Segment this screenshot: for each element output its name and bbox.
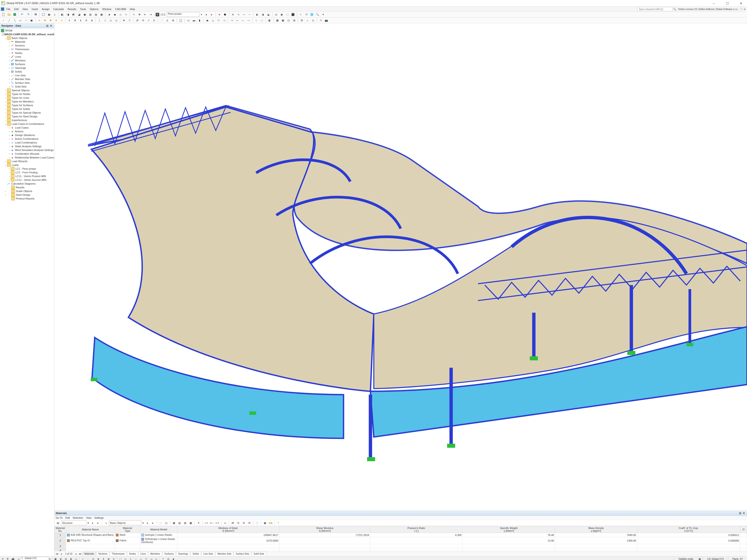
- ortho-icon[interactable]: [41, 12, 46, 17]
- sun3-icon[interactable]: ✸: [48, 18, 53, 23]
- sup-b-icon[interactable]: △: [210, 18, 215, 23]
- tree-item[interactable]: ›Types for Surfaces: [0, 103, 54, 107]
- col-e[interactable]: Modulus of Elast.E [N/mm²]: [177, 526, 279, 533]
- new-file-icon[interactable]: [1, 12, 6, 17]
- status-eye-icon[interactable]: 👁: [5, 556, 10, 560]
- mat-doc-icon[interactable]: 📄: [255, 520, 260, 526]
- edit-c-icon[interactable]: ⌸: [108, 18, 113, 23]
- model-b-icon[interactable]: ◉: [279, 12, 284, 17]
- fullscreen-icon[interactable]: ⛶: [740, 8, 743, 10]
- mat-menu-view[interactable]: View: [86, 516, 92, 519]
- sun4-icon[interactable]: ✷: [53, 18, 59, 23]
- mat-link2-icon[interactable]: ⟵: [209, 520, 214, 526]
- align-right-icon[interactable]: ⇥: [148, 12, 153, 17]
- print-icon[interactable]: [33, 12, 38, 17]
- table-tab[interactable]: Line Sets: [201, 552, 215, 556]
- table-tab[interactable]: Materials: [82, 552, 96, 556]
- model-viewport[interactable]: [54, 23, 747, 510]
- menu-cad-bim[interactable]: CAD-BIM: [113, 7, 127, 11]
- node-icon[interactable]: •: [1, 18, 6, 23]
- tree-item[interactable]: ›Action Combinations: [0, 137, 54, 141]
- tree-item[interactable]: Calculation Diagrams: [0, 182, 54, 186]
- view-xy-icon[interactable]: ▣: [82, 12, 87, 17]
- display-trans-icon[interactable]: ◊: [124, 12, 129, 17]
- tree-item[interactable]: ›Load Cases: [0, 126, 54, 130]
- tree-item[interactable]: ›Materials: [0, 40, 54, 44]
- sb-o3-icon[interactable]: ◈: [171, 556, 176, 560]
- tree-item[interactable]: ›Relationship Between Load Cases: [0, 156, 54, 159]
- sb-d-icon[interactable]: ⊠: [69, 556, 74, 560]
- tree-root[interactable]: RFEM: [0, 29, 54, 32]
- sup-a-icon[interactable]: ⏏: [205, 18, 210, 23]
- tool-f-icon[interactable]: ⌂: [305, 18, 310, 23]
- menu-options[interactable]: Options: [88, 7, 100, 11]
- rel-b-icon[interactable]: ⟜: [235, 18, 240, 23]
- table-tab[interactable]: Lines: [138, 552, 148, 556]
- table-tab[interactable]: Surface Sets: [234, 552, 251, 556]
- menu-edit[interactable]: Edit: [12, 7, 20, 11]
- col-type[interactable]: MaterialType: [115, 526, 140, 533]
- tree-item[interactable]: ›Solid Sets: [0, 85, 54, 88]
- tree-item[interactable]: ›Solids: [0, 70, 54, 74]
- model-d-icon[interactable]: ⬛: [290, 12, 295, 17]
- col-alpha[interactable]: Coeff. of Th. Exp.α [1/°C]: [637, 526, 740, 533]
- menu-calculate[interactable]: Calculate: [52, 7, 66, 11]
- display-wire-icon[interactable]: ◈: [107, 12, 112, 17]
- display-solid-icon[interactable]: ◆: [112, 12, 118, 17]
- sb-e-icon[interactable]: ▭: [74, 556, 79, 560]
- frame-a-icon[interactable]: ▭: [186, 18, 191, 23]
- opt-a-icon[interactable]: ▼: [121, 18, 127, 23]
- table-tab[interactable]: Surfaces: [162, 552, 176, 556]
- clip-a-icon[interactable]: ◐: [255, 12, 260, 17]
- lc-next-icon[interactable]: ▸: [209, 12, 214, 17]
- table-tab[interactable]: Openings: [176, 552, 190, 556]
- materials-table[interactable]: MaterialNo. Material Name MaterialType M…: [54, 526, 747, 551]
- tree-item[interactable]: Printout Reports: [0, 197, 54, 201]
- tree-basic-objects[interactable]: ⌄Basic Objects: [0, 36, 54, 40]
- loadcase-select[interactable]: Peso propio: [167, 12, 199, 17]
- nav-prev-icon[interactable]: ◂: [59, 553, 63, 555]
- table-tab[interactable]: Members: [148, 552, 162, 556]
- sb-t4-icon[interactable]: ○: [133, 556, 138, 560]
- mat-grid2-icon[interactable]: ▧: [177, 520, 182, 526]
- table-row[interactable]: 2PES-PVC Typ IVFabricOrthotropic | Linea…: [55, 537, 747, 544]
- mat-fx2-icon[interactable]: fẋ: [241, 520, 247, 526]
- table-tab[interactable]: Sections: [96, 552, 109, 556]
- redo-icon[interactable]: [25, 12, 31, 17]
- tree-item[interactable]: ›Openings: [0, 66, 54, 70]
- sb-b-icon[interactable]: ⊞: [58, 556, 63, 560]
- move-icon[interactable]: ✥: [137, 12, 142, 17]
- sb-snap2-icon[interactable]: ◦: [85, 556, 91, 560]
- col-model[interactable]: Material Model: [140, 526, 177, 533]
- frame-c-icon[interactable]: ▮: [197, 18, 202, 23]
- mat-struct-icon[interactable]: ▤: [55, 520, 60, 526]
- nav-next-icon[interactable]: ▸: [75, 553, 78, 555]
- surface-icon[interactable]: ▱: [18, 18, 23, 23]
- mirror-icon[interactable]: ⇄: [135, 18, 140, 23]
- view-z-icon[interactable]: ◪: [77, 12, 82, 17]
- table-tab[interactable]: Nodes: [127, 552, 138, 556]
- tree-item[interactable]: ›Wind Simulation Analysis Settings: [0, 148, 54, 152]
- view-iso-icon[interactable]: ◧: [60, 12, 65, 17]
- angle-icon[interactable]: ∠: [165, 18, 170, 23]
- tree-item[interactable]: ›Types for Solids: [0, 107, 54, 111]
- tool-g-icon[interactable]: ⎙: [310, 18, 316, 23]
- sb-t6-icon[interactable]: ▽: [144, 556, 149, 560]
- mat-fx-icon[interactable]: fx: [236, 520, 241, 526]
- tree-loads[interactable]: ⌄Loads: [0, 163, 54, 167]
- tree-item[interactable]: ›Static Analysis Settings: [0, 144, 54, 148]
- panel-close-icon[interactable]: ✕: [743, 8, 746, 10]
- tree-item[interactable]: ›Nodes: [0, 51, 54, 55]
- pin-icon[interactable]: ⊡: [46, 24, 49, 27]
- view-custom-icon[interactable]: ▥: [93, 12, 99, 17]
- check-icon[interactable]: ✓: [298, 12, 303, 17]
- clip-c-icon[interactable]: ◒: [266, 12, 271, 17]
- globe-icon[interactable]: 🌐: [309, 12, 314, 17]
- mat-category-select[interactable]: Basic Objects: [109, 521, 141, 525]
- copy2-icon[interactable]: 📋: [178, 18, 183, 23]
- mat-box-icon[interactable]: ▭: [223, 520, 228, 526]
- mat-sel-icon[interactable]: ⬚: [158, 520, 163, 526]
- mat-menu-edit[interactable]: Edit: [66, 516, 70, 519]
- tree-item[interactable]: ›Actions: [0, 130, 54, 133]
- sb-snap5-icon[interactable]: ✦: [101, 556, 106, 560]
